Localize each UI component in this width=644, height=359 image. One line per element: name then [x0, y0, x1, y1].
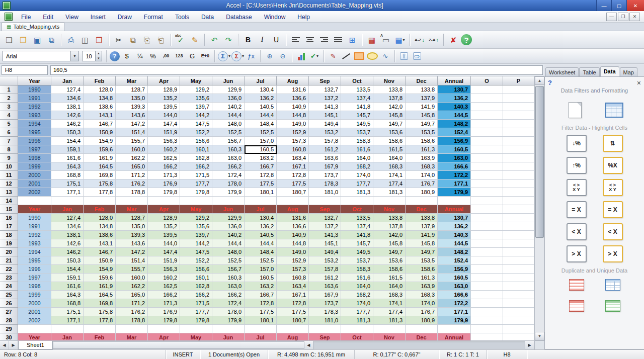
cell[interactable]: 153,5	[406, 256, 438, 265]
cell[interactable]	[84, 325, 116, 333]
undo-button[interactable]: ↶	[208, 33, 221, 46]
cell[interactable]: 146,2	[51, 120, 84, 128]
select-all-corner[interactable]	[0, 76, 18, 85]
cell[interactable]: 153,6	[373, 256, 406, 265]
cell[interactable]: 133,8	[406, 214, 438, 222]
cell[interactable]: 154,4	[51, 265, 84, 274]
cell[interactable]: 177,7	[180, 180, 212, 188]
row-header-22[interactable]: 22	[0, 265, 18, 274]
paste-special-button[interactable]: ⎗	[154, 33, 168, 46]
cell-table-header[interactable]: Sep	[309, 333, 341, 340]
cell[interactable]	[471, 299, 503, 308]
cell[interactable]: 175,1	[51, 308, 84, 316]
insert-chart-button[interactable]	[295, 51, 307, 62]
cell-year[interactable]: 1995	[18, 128, 51, 137]
cell[interactable]: 150,3	[51, 256, 84, 265]
cell[interactable]: 176,2	[116, 180, 148, 188]
column-header-nov[interactable]: Nov	[373, 76, 406, 85]
cell-annual[interactable]: 172,2	[438, 171, 471, 180]
cell[interactable]: 137,8	[373, 222, 406, 231]
cell[interactable]: 132,7	[309, 85, 341, 94]
percent-format-button[interactable]: %	[147, 51, 159, 62]
cell-annual[interactable]: 172,2	[438, 299, 471, 308]
cell[interactable]: 149,7	[406, 120, 438, 128]
align-justify-button[interactable]	[332, 33, 345, 46]
cell[interactable]: 132,7	[309, 214, 341, 222]
merge-cells-button[interactable]: ⊞	[346, 33, 359, 46]
cell[interactable]: 134,8	[84, 222, 116, 231]
menu-item-data[interactable]: Data	[195, 14, 220, 21]
cell[interactable]: 161,2	[309, 274, 341, 282]
row-header-17[interactable]: 17	[0, 222, 18, 231]
cell[interactable]	[503, 94, 534, 103]
close-button[interactable]: ✕	[626, 0, 644, 11]
cell[interactable]: 179,8	[180, 188, 212, 197]
cell[interactable]: 177,1	[51, 316, 84, 325]
open-file-button[interactable]: ❐	[17, 33, 30, 46]
cell[interactable]: 160,1	[180, 145, 212, 154]
cell-annual[interactable]: 163,0	[438, 154, 471, 162]
cell-table-header[interactable]: Feb	[84, 333, 116, 340]
cell-table-header[interactable]: Aug	[277, 333, 309, 340]
cell[interactable]: 144,0	[148, 111, 180, 120]
cell-annual[interactable]: 177,1	[438, 180, 471, 188]
cell[interactable]: 139,7	[180, 103, 212, 111]
cell[interactable]: 141,8	[341, 231, 373, 239]
cell[interactable]	[18, 197, 51, 205]
cell[interactable]: 172,8	[245, 299, 277, 308]
cell[interactable]: 153,5	[406, 128, 438, 137]
cell[interactable]: 166,2	[148, 291, 180, 299]
cell[interactable]	[51, 325, 84, 333]
cell[interactable]: 181,3	[373, 188, 406, 197]
cell-table-header[interactable]: Jul	[245, 333, 277, 340]
row-header-2[interactable]: 2	[0, 94, 18, 103]
cell[interactable]: 147,2	[116, 120, 148, 128]
row-header-28[interactable]: 28	[0, 316, 18, 325]
cell[interactable]: 138,1	[51, 103, 84, 111]
cell[interactable]: 152,5	[212, 256, 245, 265]
cell[interactable]: 167,9	[309, 162, 341, 171]
cell[interactable]: 168,2	[341, 162, 373, 171]
cell-annual[interactable]: 148,2	[438, 120, 471, 128]
cell-annual[interactable]: 140,3	[438, 231, 471, 239]
cell[interactable]	[406, 325, 438, 333]
font-name-select[interactable]: Arial▾	[3, 51, 79, 61]
cell[interactable]: 160,8	[277, 274, 309, 282]
cell[interactable]: 155,7	[116, 265, 148, 274]
cell[interactable]	[471, 128, 503, 137]
cell-table-header[interactable]: Mar	[116, 333, 148, 340]
cell[interactable]: 174,0	[341, 299, 373, 308]
cell[interactable]: 147,4	[148, 120, 180, 128]
filter-equal-x-button[interactable]: = X	[567, 201, 587, 218]
cell[interactable]: 127,4	[51, 85, 84, 94]
cell[interactable]: 151,9	[148, 128, 180, 137]
filter-swap-values-button[interactable]: ⇅	[603, 135, 623, 152]
cell[interactable]	[471, 282, 503, 291]
import-button[interactable]: ⇧	[398, 51, 410, 62]
mdi-minimize-button[interactable]: —	[606, 13, 617, 21]
cell[interactable]: 181,3	[341, 316, 373, 325]
cell-annual[interactable]: 144,5	[438, 239, 471, 248]
cell[interactable]: 135,6	[180, 94, 212, 103]
row-header-25[interactable]: 25	[0, 291, 18, 299]
cell-table-header[interactable]: Feb	[84, 205, 116, 214]
cell[interactable]: 162,5	[148, 282, 180, 291]
row-header-26[interactable]: 26	[0, 299, 18, 308]
cell[interactable]: 151,4	[116, 128, 148, 137]
cell[interactable]: 143,1	[84, 111, 116, 120]
row-header-13[interactable]: 13	[0, 188, 18, 197]
cell[interactable]: 136,0	[212, 222, 245, 231]
row-header-16[interactable]: 16	[0, 214, 18, 222]
italic-button[interactable]: I	[256, 33, 269, 46]
cell[interactable]: 178,3	[309, 180, 341, 188]
cell-table-header[interactable]: Year	[18, 333, 51, 340]
cell[interactable]: 140,9	[277, 103, 309, 111]
row-header-19[interactable]: 19	[0, 239, 18, 248]
cell[interactable]: 171,3	[148, 171, 180, 180]
cell[interactable]: 154,9	[84, 265, 116, 274]
page-setup-button[interactable]: ❒	[93, 33, 106, 46]
cell[interactable]: 137,9	[406, 222, 438, 231]
cell[interactable]: 161,6	[341, 274, 373, 282]
cell[interactable]: 171,2	[116, 171, 148, 180]
cell[interactable]: 164,5	[84, 291, 116, 299]
